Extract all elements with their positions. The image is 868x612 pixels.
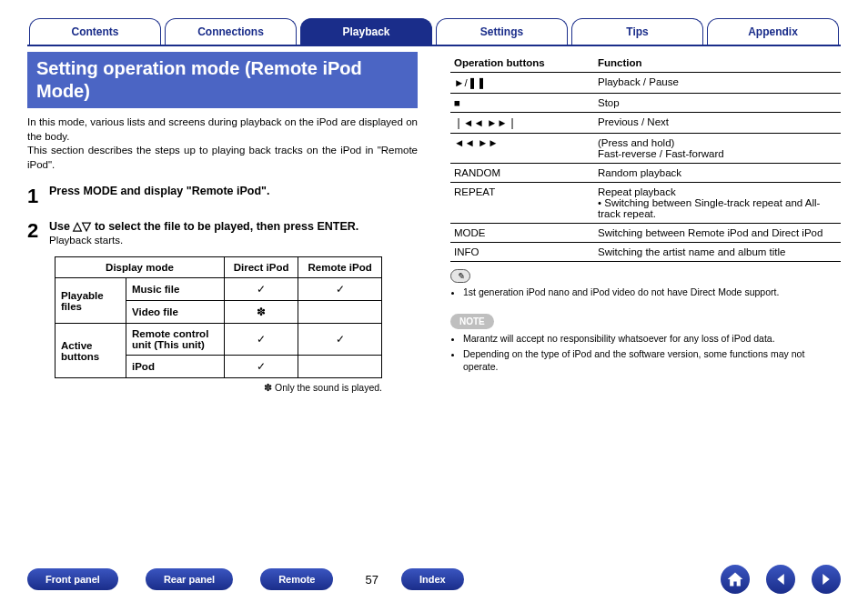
pencil-note-item: 1st generation iPod nano and iPod video … [463, 286, 841, 299]
note-item: Depending on the type of iPod and the so… [463, 348, 841, 373]
pencil-icon: ✎ [450, 269, 470, 283]
step-2: 2Use △▽ to select the file to be played,… [27, 219, 418, 246]
note-badge: NOTE [450, 314, 494, 329]
step-1: 1Press MODE and display "Remote iPod". [27, 185, 418, 208]
operation-buttons-table: Operation buttonsFunction►/❚❚Playback / … [450, 54, 841, 262]
remote-button[interactable]: Remote [260, 568, 333, 590]
note-item: Marantz will accept no responsibility wh… [463, 333, 841, 346]
step-number: 2 [27, 219, 49, 246]
tab-contents[interactable]: Contents [29, 18, 161, 45]
tab-playback[interactable]: Playback [300, 18, 432, 45]
front-panel-button[interactable]: Front panel [27, 568, 118, 590]
intro-text: In this mode, various lists and screens … [27, 115, 418, 172]
note-items: Marantz will accept no responsibility wh… [450, 333, 841, 374]
home-icon[interactable] [721, 565, 750, 594]
section-heading: Setting operation mode (Remote iPod Mode… [27, 52, 418, 108]
table-footnote: ✽ Only the sound is played. [27, 382, 382, 393]
prev-page-icon[interactable] [766, 565, 795, 594]
footer-bar: Front panel Rear panel Remote 57 Index [27, 565, 841, 594]
tab-appendix[interactable]: Appendix [707, 18, 839, 45]
step-number: 1 [27, 185, 49, 208]
pencil-notes: 1st generation iPod nano and iPod video … [450, 286, 841, 299]
page-number: 57 [365, 573, 378, 587]
display-mode-table: Display modeDirect iPodRemote iPodPlayab… [55, 256, 382, 378]
step-title: Press MODE and display "Remote iPod". [49, 185, 418, 197]
step-title: Use △▽ to select the file to be played, … [49, 219, 418, 233]
index-button[interactable]: Index [401, 568, 464, 590]
tab-connections[interactable]: Connections [165, 18, 297, 45]
next-page-icon[interactable] [812, 565, 841, 594]
tab-settings[interactable]: Settings [436, 18, 568, 45]
step-subtext: Playback starts. [49, 235, 418, 246]
rear-panel-button[interactable]: Rear panel [146, 568, 233, 590]
top-nav-tabs: ContentsConnectionsPlaybackSettingsTipsA… [27, 18, 841, 46]
tab-tips[interactable]: Tips [571, 18, 703, 45]
